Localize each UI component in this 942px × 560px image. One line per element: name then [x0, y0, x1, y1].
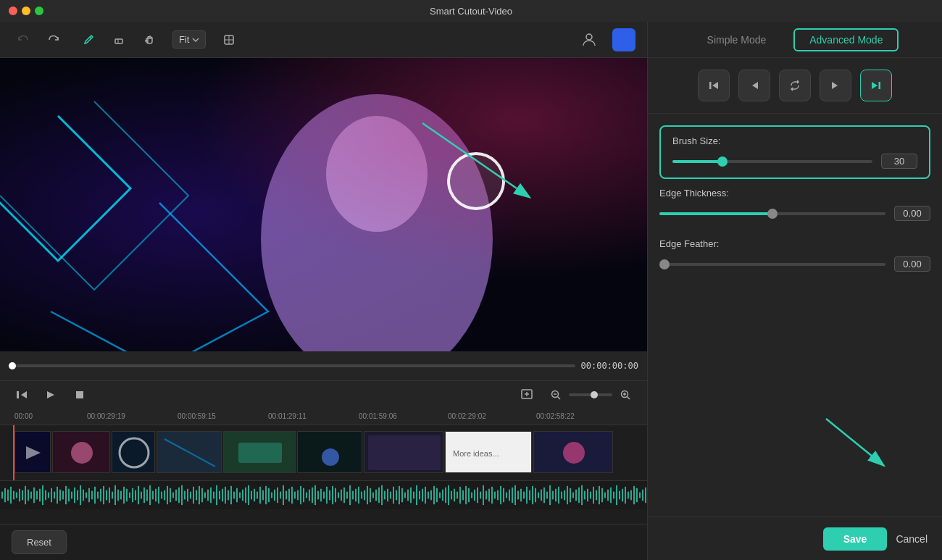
save-button[interactable]: Save: [823, 527, 888, 551]
svg-rect-242: [572, 493, 574, 498]
right-arrow-area: [648, 327, 942, 517]
time-display: 00:00:00:00: [581, 361, 638, 371]
svg-rect-149: [303, 488, 304, 503]
svg-rect-154: [317, 491, 319, 500]
zoom-slider[interactable]: [569, 393, 612, 396]
svg-rect-66: [62, 491, 64, 500]
brush-size-track[interactable]: [672, 160, 872, 163]
svg-rect-108: [184, 491, 186, 500]
advanced-mode-tab[interactable]: Advanced Mode: [793, 28, 899, 51]
svg-rect-235: [552, 491, 554, 500]
svg-rect-121: [222, 489, 223, 502]
switch-button[interactable]: [217, 28, 241, 51]
add-clip-button[interactable]: [517, 385, 537, 405]
cancel-button[interactable]: Cancel: [896, 533, 928, 545]
svg-rect-210: [480, 492, 481, 499]
svg-rect-87: [123, 487, 125, 503]
progress-indicator[interactable]: [9, 362, 16, 369]
ruler-mark-1: 00:00:29:19: [87, 412, 125, 420]
pen-tool-button[interactable]: [77, 28, 100, 51]
video-progress-bar[interactable]: [9, 364, 575, 367]
svg-rect-168: [358, 487, 359, 503]
svg-rect-249: [593, 487, 594, 503]
svg-rect-132: [254, 489, 255, 502]
loop-button[interactable]: [779, 70, 811, 101]
skip-to-start-button[interactable]: [698, 70, 730, 101]
edge-feather-value[interactable]: 0.00: [894, 256, 930, 272]
close-button[interactable]: [9, 7, 17, 15]
redo-button[interactable]: [42, 28, 65, 51]
svg-line-25: [628, 396, 630, 399]
zoom-in-button[interactable]: [615, 385, 635, 405]
svg-rect-261: [628, 492, 629, 499]
svg-rect-211: [483, 485, 484, 505]
minimize-button[interactable]: [22, 7, 30, 15]
svg-rect-123: [228, 490, 229, 501]
edge-thickness-value[interactable]: 0.00: [894, 206, 930, 221]
waveform-svg: [0, 481, 647, 509]
edge-thickness-thumb[interactable]: [767, 209, 778, 219]
svg-rect-92: [138, 486, 139, 504]
svg-point-29: [71, 442, 93, 464]
svg-rect-234: [549, 485, 551, 505]
edge-thickness-track[interactable]: [659, 212, 885, 215]
svg-rect-9: [0, 58, 647, 351]
svg-rect-120: [219, 491, 220, 500]
skip-to-end-button[interactable]: [860, 70, 892, 101]
tools-group: [77, 28, 161, 51]
brush-size-thumb[interactable]: [717, 156, 728, 167]
svg-rect-233: [546, 492, 548, 499]
svg-rect-128: [242, 490, 243, 501]
step-back-frame-button[interactable]: [738, 70, 770, 101]
svg-rect-199: [448, 485, 449, 505]
save-arrow: [812, 415, 899, 473]
svg-rect-189: [419, 491, 420, 500]
svg-rect-256: [613, 492, 614, 499]
track-thumb-6: [297, 431, 362, 473]
edge-feather-thumb[interactable]: [659, 259, 670, 269]
edge-feather-track[interactable]: [659, 263, 885, 266]
person-icon-button[interactable]: [578, 28, 601, 51]
track-thumb-7: [364, 431, 443, 473]
svg-rect-157: [326, 487, 328, 503]
color-swatch-button[interactable]: [612, 28, 635, 51]
svg-rect-240: [567, 486, 568, 504]
step-forward-frame-button[interactable]: [820, 70, 851, 101]
svg-rect-164: [346, 492, 348, 499]
svg-rect-172: [370, 488, 371, 503]
undo-button[interactable]: [12, 28, 35, 51]
zoom-out-button[interactable]: [546, 385, 566, 405]
svg-rect-59: [42, 485, 43, 505]
svg-rect-76: [91, 491, 93, 500]
svg-rect-142: [283, 485, 284, 505]
svg-rect-200: [451, 491, 452, 500]
svg-rect-267: [645, 488, 646, 503]
step-backward-button[interactable]: [12, 385, 32, 405]
brush-size-value[interactable]: 30: [881, 154, 917, 169]
zoom-thumb[interactable]: [591, 391, 598, 398]
svg-rect-61: [48, 493, 49, 498]
svg-rect-173: [372, 493, 374, 498]
hand-tool-button[interactable]: [138, 28, 161, 51]
play-button[interactable]: [41, 385, 61, 405]
maximize-button[interactable]: [35, 7, 43, 15]
reset-button[interactable]: Reset: [12, 530, 67, 554]
svg-rect-231: [541, 490, 542, 501]
svg-rect-72: [80, 485, 81, 505]
svg-rect-88: [126, 489, 128, 502]
fit-dropdown[interactable]: Fit: [172, 30, 206, 49]
simple-mode-tab[interactable]: Simple Mode: [691, 28, 783, 51]
svg-rect-144: [288, 489, 290, 502]
stop-button[interactable]: [70, 385, 90, 405]
svg-rect-75: [88, 488, 90, 503]
svg-rect-260: [625, 487, 626, 503]
svg-rect-192: [428, 492, 429, 499]
svg-rect-253: [604, 493, 606, 498]
timeline-strip[interactable]: More ideas...: [0, 431, 647, 475]
svg-rect-124: [230, 486, 232, 504]
svg-rect-35: [238, 443, 282, 463]
brush-size-fill: [672, 160, 722, 163]
svg-rect-63: [54, 492, 55, 499]
eraser-tool-button[interactable]: [107, 28, 130, 51]
svg-rect-99: [158, 487, 159, 503]
